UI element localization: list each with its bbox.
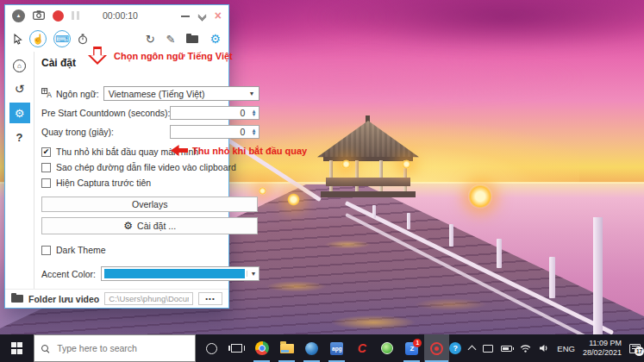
dark-theme-row: Dark Theme	[41, 245, 259, 255]
spinner-arrows[interactable]: ▴▾	[248, 109, 259, 117]
captura-record-icon	[430, 342, 443, 355]
language-indicator[interactable]: ENG	[557, 344, 575, 353]
sidebar-item-recent[interactable]: ↺	[9, 79, 30, 98]
chrome-icon	[255, 341, 269, 355]
help-tray-icon[interactable]: ?	[449, 342, 461, 354]
notification-center-icon[interactable]: 17	[629, 344, 641, 353]
blue-sphere-app-button[interactable]	[299, 334, 324, 362]
task-view-icon	[231, 344, 242, 353]
notification-count-badge: 17	[635, 346, 644, 356]
pre-start-row: Pre Start Countdown (seconds): 0 ▴▾	[41, 106, 259, 120]
recording-timer: 00:00:10	[103, 10, 138, 21]
taskbar-clock[interactable]: 11:09 PM 28/02/2021	[583, 339, 622, 359]
language-label: Ngôn ngữ:	[56, 89, 99, 99]
screenshot-camera-icon[interactable]	[33, 10, 45, 22]
dark-theme-label: Dark Theme	[56, 245, 106, 255]
gazebo-lamp	[341, 159, 351, 169]
file-explorer-button[interactable]	[274, 334, 299, 362]
output-folder-path-input[interactable]	[104, 292, 193, 305]
captura-toolbar: ☝ ⌨ ↻ ✎ ⚙	[5, 26, 228, 52]
chevron-down-icon: ▼	[248, 90, 254, 97]
pause-button[interactable]	[72, 11, 79, 20]
taskbar-search[interactable]	[34, 334, 196, 362]
close-button[interactable]: ×	[215, 9, 222, 22]
captura-sidebar: ⌂ ↺ ⚙ ?	[5, 52, 34, 289]
railing-post	[593, 217, 603, 334]
expand-chevrons-button[interactable]	[199, 12, 205, 20]
railing-post	[549, 257, 555, 298]
system-tray: ? ENG 11:09 PM 28/02/2021 17	[449, 334, 644, 362]
pre-start-countdown-input[interactable]: 0 ▴▾	[170, 106, 259, 120]
captura-taskbar-button[interactable]	[424, 334, 449, 362]
output-folder-bar: Folder lưu video •••	[5, 289, 228, 308]
settings-gear-icon[interactable]: ⚙	[209, 33, 221, 45]
collapse-button[interactable]: ▲	[12, 9, 25, 22]
apg-app-button[interactable]: apg	[324, 334, 349, 362]
record-button[interactable]	[53, 10, 64, 22]
battery-icon[interactable]	[501, 346, 512, 352]
overlays-button[interactable]: Overlays	[41, 197, 258, 212]
pencil-icon[interactable]: ✎	[166, 33, 176, 46]
accent-color-swatch	[104, 269, 245, 278]
ccleaner-button[interactable]: C	[349, 334, 374, 362]
taskbar-apps: apg C Z 1	[199, 334, 449, 362]
search-icon	[41, 345, 49, 353]
cortana-button[interactable]	[199, 334, 224, 362]
volume-icon[interactable]	[539, 340, 549, 356]
minimize-on-record-label: Thu nhỏ khi bắt đầu quay màn hình	[56, 147, 198, 157]
task-view-button[interactable]	[224, 334, 249, 362]
dark-theme-checkbox[interactable]	[41, 246, 51, 255]
cursor-toggle[interactable]	[13, 34, 22, 45]
zalo-icon: Z 1	[405, 342, 418, 355]
accent-color-row: Accent Color: ▼	[41, 266, 259, 281]
record-duration-input[interactable]: 0 ▴▾	[170, 125, 259, 139]
accent-color-dropdown[interactable]: ▼	[101, 266, 259, 281]
chrome-button[interactable]	[249, 334, 274, 362]
sidebar-item-home[interactable]: ⌂	[9, 56, 30, 75]
folder-icon	[11, 295, 23, 303]
railing-post	[497, 239, 502, 268]
language-row: A Ngôn ngữ: Vietnamese (Tiếng Việt) ▼	[41, 86, 259, 101]
show-first-label: Hiện Captura trước tiên	[56, 178, 151, 188]
wifi-icon[interactable]	[520, 340, 531, 356]
start-button[interactable]	[0, 334, 34, 362]
copy-path-label: Sao chép đường dẫn file video vào clipbo…	[56, 162, 236, 172]
sidebar-item-settings[interactable]: ⚙	[9, 103, 30, 123]
pre-start-value: 0	[171, 108, 248, 118]
browse-folder-button[interactable]: •••	[198, 292, 222, 305]
minimize-on-record-checkbox[interactable]: ✔	[41, 147, 51, 157]
minimize-button[interactable]	[181, 16, 190, 17]
folder-icon[interactable]	[186, 35, 198, 43]
language-dropdown[interactable]: Vietnamese (Tiếng Việt) ▼	[103, 86, 260, 101]
tray-chevron-up-icon[interactable]	[468, 346, 477, 354]
configure-button-label: Cài đặt ...	[137, 221, 176, 231]
file-explorer-icon	[280, 344, 294, 353]
gazebo-post	[379, 160, 383, 191]
minimize-on-record-row: ✔ Thu nhỏ khi bắt đầu quay màn hình Thu …	[41, 147, 259, 157]
duration-row: Quay trong (giây): 0 ▴▾	[41, 125, 259, 139]
tablet-mode-icon[interactable]	[483, 345, 493, 353]
page-title: Cài đặt	[41, 57, 259, 69]
sidebar-item-help[interactable]: ?	[9, 128, 30, 147]
zalo-button[interactable]: Z 1	[399, 334, 424, 362]
spinner-arrows[interactable]: ▴▾	[248, 128, 259, 136]
language-value: Vietnamese (Tiếng Việt)	[109, 89, 249, 99]
refresh-icon[interactable]: ↻	[146, 33, 155, 46]
mouse-clicks-toggle[interactable]: ☝	[29, 30, 47, 47]
captura-window: ▲ 00:00:10 × ☝ ⌨ ↻ ✎	[4, 4, 229, 309]
keystrokes-toggle[interactable]: ⌨	[53, 30, 71, 47]
gazebo-railing	[326, 178, 410, 186]
configure-button[interactable]: ⚙ Cài đặt ...	[41, 217, 258, 234]
pier-lamp	[287, 193, 300, 206]
settings-panel: Cài đặt A Ngôn ngữ: Vietnamese (Tiếng Vi…	[34, 52, 268, 289]
stopwatch-icon[interactable]	[78, 34, 88, 45]
svg-text:A: A	[47, 90, 52, 97]
railing-post	[407, 213, 410, 229]
desktop: ▲ 00:00:10 × ☝ ⌨ ↻ ✎	[0, 0, 644, 362]
copy-path-checkbox[interactable]	[41, 163, 51, 172]
search-input[interactable]	[55, 342, 188, 354]
gazebo-lamp	[402, 159, 411, 169]
green-app-button[interactable]	[374, 334, 399, 362]
gazebo-base	[321, 191, 416, 197]
show-first-checkbox[interactable]	[41, 178, 51, 188]
